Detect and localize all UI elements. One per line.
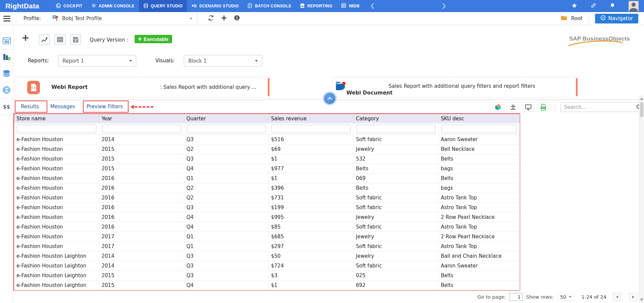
tab-messages[interactable]: Messages — [50, 102, 75, 111]
table-row[interactable]: e-Fashion Houston 2016 Q2 $396 Belts bag… — [14, 183, 519, 193]
filter-input-quarter[interactable] — [187, 125, 266, 133]
table-row[interactable]: e-Fashion Houston 2015 Q3 $1 532 Belts — [14, 154, 519, 164]
nav-label: COCKPIT — [63, 4, 83, 8]
cube-view-button[interactable] — [492, 102, 504, 112]
cell-store-name: e-Fashion Houston — [14, 222, 99, 232]
card-description: : Sales Report with additional query ... — [160, 84, 256, 90]
search-input[interactable] — [560, 102, 644, 112]
navigator-button[interactable]: Navigator — [595, 14, 638, 23]
filter-input-store-name[interactable] — [17, 125, 96, 133]
tab-results[interactable]: Results — [21, 102, 39, 111]
sidebar-item-archive[interactable] — [0, 33, 13, 49]
nav-label: IMDB — [349, 4, 359, 8]
table-row[interactable]: e-Fashion Houston Leighton 2014 Q3 $724 … — [14, 261, 519, 270]
rows-per-page-value: 50 — [560, 294, 566, 300]
root-breadcrumb[interactable]: Root — [571, 15, 583, 21]
refresh-icon[interactable] — [208, 15, 214, 22]
nav-item-batch-console[interactable]: BATCH CONSOLE — [243, 0, 296, 12]
reports-value: Report 1 — [62, 58, 84, 64]
scrollbar-thumb[interactable] — [640, 102, 643, 117]
filter-input-sales-revenue[interactable] — [271, 125, 351, 133]
notification-bell-icon[interactable] — [610, 3, 615, 10]
save-button[interactable] — [70, 34, 81, 45]
sidebar-item-aggregation[interactable] — [0, 82, 13, 99]
go-to-page-label: Go to page: — [477, 294, 506, 300]
table-row[interactable]: e-Fashion Houston 2015 Q4 $977 Belts bag… — [14, 164, 519, 173]
cell-sales-revenue: $1 — [268, 154, 353, 164]
column-header-store-name[interactable]: Store name — [14, 114, 99, 123]
filter-input-sku-desc[interactable] — [441, 125, 517, 133]
export-csv-button[interactable]: CSV — [537, 102, 549, 112]
table-row[interactable]: e-Fashion Houston 2016 Q4 $85 Soft fabri… — [14, 222, 519, 232]
table-row[interactable]: e-Fashion Houston 2016 Q1 $1 069 Belts — [14, 173, 519, 183]
table-row[interactable]: e-Fashion Houston 2017 Q1 $297 Soft fabr… — [14, 241, 519, 251]
cell-year: 2016 — [99, 173, 184, 183]
table-row[interactable]: e-Fashion Houston Leighton 2015 Q3 $3 02… — [14, 270, 519, 280]
status-dot-icon — [138, 38, 141, 41]
scroll-up-icon[interactable] — [640, 98, 643, 100]
chevron-up-icon — [328, 97, 332, 100]
chart-view-button[interactable] — [39, 34, 50, 45]
navigator-label: Navigator — [608, 15, 633, 21]
cell-sku-desc: Belts — [438, 154, 519, 164]
column-header-sales-revenue[interactable]: Sales revenue — [268, 114, 353, 123]
link-icon[interactable] — [591, 3, 596, 10]
nav-item-cockpit[interactable]: COCKPIT — [51, 0, 87, 12]
nav-item-reporting[interactable]: REPORTING — [296, 0, 337, 12]
table-row[interactable]: e-Fashion Houston Leighton 2015 Q4 $1 69… — [14, 280, 519, 290]
cell-sku-desc: Belts — [438, 270, 519, 280]
column-header-category[interactable]: Category — [353, 114, 438, 123]
nav-item-query-studio[interactable]: QUERY STUDIO — [139, 0, 187, 12]
nav-scroll-left-icon[interactable] — [371, 3, 374, 10]
table-row[interactable]: e-Fashion Houston 2014 Q3 $516 Soft fabr… — [14, 134, 519, 144]
filter-input-category[interactable] — [356, 125, 436, 133]
webi-document-card[interactable]: SAP Webi Document : Sales Report with ad… — [333, 77, 578, 98]
fullscreen-button[interactable] — [522, 102, 534, 112]
table-row[interactable]: e-Fashion Houston 2017 Q1 $685 Jewelry 2… — [14, 232, 519, 241]
filter-rows-button[interactable] — [507, 102, 519, 112]
panel-collapse-button[interactable] — [324, 93, 335, 104]
vertical-scrollbar[interactable] — [639, 96, 644, 303]
table-row[interactable]: e-Fashion Houston 2016 Q4 $995 Jewelry 2… — [14, 212, 519, 222]
cell-year: 2016 — [99, 212, 184, 222]
cell-quarter: Q3 — [184, 154, 268, 164]
webi-report-card[interactable]: Webi Report : Sales Report with addition… — [15, 77, 270, 98]
column-header-sku-desc[interactable]: SKU desc — [438, 114, 519, 123]
sidebar-item-currency[interactable]: $$ — [0, 99, 13, 115]
nav-scroll-right-icon[interactable] — [442, 3, 446, 10]
column-header-quarter[interactable]: Quarter — [184, 114, 268, 123]
tab-preview-filters[interactable]: Preview Filters — [87, 102, 123, 111]
visuals-select[interactable]: Block 1 — [184, 55, 262, 67]
next-page-button[interactable] — [629, 293, 637, 301]
sidebar-item-database[interactable] — [0, 66, 13, 82]
table-row[interactable]: e-Fashion Houston 2016 Q3 $199 Soft fabr… — [14, 202, 519, 212]
scroll-down-icon[interactable] — [640, 299, 643, 301]
user-avatar[interactable] — [629, 1, 639, 12]
column-header-year[interactable]: Year — [99, 114, 184, 123]
favorite-star-icon[interactable] — [572, 3, 577, 10]
nav-item-admin-console[interactable]: ADMIN CONSOLE — [87, 0, 139, 12]
topnav-right-icons — [572, 0, 644, 12]
table-view-button[interactable] — [55, 34, 65, 45]
table-row[interactable]: e-Fashion Houston 2016 Q2 $731 Soft fabr… — [14, 193, 519, 202]
add-icon[interactable] — [221, 15, 227, 22]
reports-select[interactable]: Report 1 — [58, 55, 136, 67]
nav-item-scenario-studio[interactable]: SCENARIO STUDIO — [187, 0, 243, 12]
sidebar-item-add-source[interactable] — [0, 49, 13, 66]
add-query-icon[interactable] — [22, 35, 29, 43]
cell-category: 532 — [353, 154, 438, 164]
profile-select[interactable]: Bobj Test Profile — [52, 12, 197, 25]
chevron-down-icon — [255, 60, 258, 62]
previous-page-button[interactable] — [613, 293, 621, 301]
table-row[interactable]: e-Fashion Houston 2015 Q2 $69 Jewelry Be… — [14, 144, 519, 154]
cell-year: 2015 — [99, 280, 184, 290]
info-icon[interactable] — [234, 15, 240, 22]
hamburger-menu-icon[interactable] — [0, 16, 13, 21]
page-number-input[interactable] — [509, 293, 523, 301]
cell-sales-revenue: $297 — [268, 241, 353, 251]
card-title: Webi Report — [51, 84, 88, 90]
nav-item-imdb[interactable]: IMDB — [337, 0, 364, 12]
filter-input-year[interactable] — [102, 125, 181, 133]
rows-per-page-select[interactable]: 50 — [557, 293, 575, 301]
table-row[interactable]: e-Fashion Houston Leighton 2014 Q3 $50 J… — [14, 251, 519, 261]
